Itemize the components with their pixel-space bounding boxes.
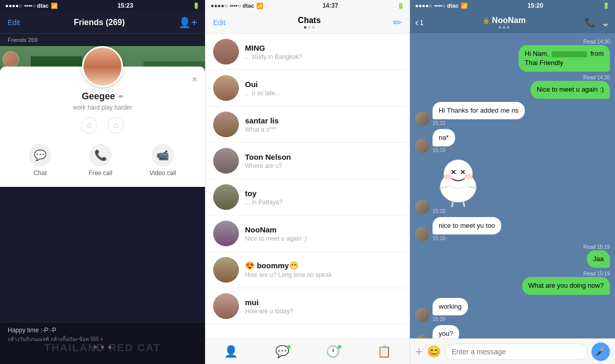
sticker-image [433,156,484,207]
chat-avatar-mui [213,293,239,319]
friends-panel: ●●●●○ ••••○ dtac 📶 15:23 🔋 Edit Friends … [0,0,205,364]
chat-preview-santar: What a s*** [245,126,402,133]
msg-received-2-wrap: na* 15:10 [433,129,455,153]
freecall-action[interactable]: 📞 Free call [89,144,112,177]
chats-nav-bar: Edit Chats ✏ [206,11,409,34]
emoji-icon[interactable]: 😊 [427,345,441,358]
close-icon[interactable]: × [192,74,197,85]
tab-more[interactable]: 📋 [377,345,391,358]
svg-point-18 [464,174,473,179]
chat-preview-ming: ... study in Bangkok? [245,53,402,60]
timeline-tab-dot [338,345,341,349]
chat-avatar-santar [213,112,239,137]
msg-bubble-sent-2: Nice to meet u again :) [530,81,610,98]
chat-item-ming[interactable]: MING ... study in Bangkok? [206,34,409,70]
msg-received-3-row: nice to meet yu too 15:10 [415,217,610,241]
friends-subtitle: Friends 269 [0,34,205,46]
chevron-left-icon: ‹ [415,16,419,28]
freecall-label: Free call [89,169,112,177]
chat-name-boommy: 😍 boommy😁 [245,261,402,270]
time-display: 15:23 [117,2,133,9]
chat-preview-toon: Where are u? [245,162,402,169]
read-label-2: Read 14:30 [583,75,610,80]
nav-dot-3 [507,26,509,29]
tab-chats[interactable]: 💬 [275,345,289,358]
add-friend-icon[interactable]: 👤+ [178,16,197,29]
chats-tab-dot [287,345,291,349]
chat-preview-boommy: How are u? Long time no speak [245,271,402,279]
chat-name-santar: santar lis [245,116,402,125]
videocall-action[interactable]: 📹 Video call [150,144,176,177]
msg-bubble-received-3: nice to meet yu too [433,217,501,234]
videocall-label: Video call [150,169,176,177]
star-icon[interactable]: ☆ [81,117,97,134]
chats-tab-bar: 👤 💬 🕐 📋 [206,338,409,364]
call-icon[interactable]: 📞 [585,17,596,28]
chat-conversation-panel: ●●●●○ ••••○ dtac 📶 15:20 🔋 ‹ 1 🔒 NooNam [410,0,615,364]
chat-item-toy[interactable]: toy ... in Pattaya? [206,179,409,216]
chevron-down-icon[interactable]: ⌄ [601,16,610,29]
sticker-time: 15:10 [433,208,484,214]
lock-icon: 🔒 [483,17,490,24]
msg-bubble-sent-4: What are you doing now? [522,277,610,294]
chat-preview-oui: ... u so late... [245,90,402,97]
msg-sent-3-container: Read 15:19 Jaa [415,244,610,268]
msg-received-5-wrap: you? 15:20 [433,325,459,338]
status-left-chats: ●●●●○ ••••○ dtac 📶 [211,3,263,9]
profile-avatar-container [0,46,205,87]
status-right-chats: 🔋 [397,3,404,9]
battery-percent: 🔋 [193,3,200,9]
chat-item-oui[interactable]: Oui ... u so late... [206,70,409,106]
profile-bio: work hard play harder [0,104,205,111]
dot-3 [312,26,315,29]
mic-icon: 🎤 [596,347,606,356]
chat-item-boommy[interactable]: 😍 boommy😁 How are u? Long time no speak [206,252,409,288]
tab-friends[interactable]: 👤 [224,345,238,358]
received-avatar-3 [415,227,429,241]
compose-icon[interactable]: ✏ [393,16,402,29]
received-avatar-2 [415,139,429,153]
chat-item-noonam[interactable]: NooNam Nice to meet u again :) [206,216,409,252]
edit-button[interactable]: Edit [8,18,20,27]
sticker-wrap: 15:10 [433,156,484,214]
status-bar-friends: ●●●●○ ••••○ dtac 📶 15:23 🔋 [0,0,205,11]
chat-user-info: 🔒 NooNam [427,16,581,29]
chat-item-toon[interactable]: Toon Nelson Where are u? [206,143,409,179]
videocall-icon: 📹 [152,144,174,166]
wifi-icon-chats: 📶 [256,3,263,9]
chat-info-boommy: 😍 boommy😁 How are u? Long time no speak [245,261,402,279]
redacted-text [551,51,587,57]
chat-item-mui[interactable]: mui How are u today? [206,288,409,325]
received-avatar-5 [415,335,429,338]
chat-name-toon: Toon Nelson [245,153,402,161]
chat-action[interactable]: 💬 Chat [29,144,51,177]
nav-dot-2 [503,26,505,29]
chat-list: MING ... study in Bangkok? Oui ... u so … [206,34,409,338]
msg-time-2: 15:10 [433,147,455,153]
received-avatar-4 [415,308,429,322]
battery-chat: 🔋 [603,3,610,9]
chat-input-bar: + 😊 🎤 [410,338,615,364]
chat-item-santar[interactable]: santar lis What a s*** [206,106,409,143]
back-button[interactable]: ‹ 1 [415,16,423,28]
mic-button[interactable]: 🎤 [591,342,610,361]
profile-name: Geegee ✏ [0,91,205,102]
read-label-4: Read 15:19 [583,271,610,276]
chat-preview-noonam: Nice to meet u again :) [245,235,402,242]
friends-title: Friends (269) [74,18,125,27]
home-icon[interactable]: ⌂ [108,117,124,134]
wifi-icon-chat: 📶 [461,3,468,9]
chats-edit-button[interactable]: Edit [213,18,225,27]
tab-timeline[interactable]: 🕐 [326,345,340,358]
msg-bubble-sent-3: Jaa [587,250,610,268]
message-input[interactable] [445,344,587,360]
signal-chat: ●●●●○ [415,3,432,9]
msg-bubble-received-2: na* [433,129,455,146]
edit-icon[interactable]: ✏ [118,93,124,100]
chats-title-wrap: Chats [298,16,320,29]
profile-icons-row: ☆ ⌂ [0,117,205,134]
add-media-icon[interactable]: + [415,344,423,359]
more-tab-icon: 📋 [377,345,391,358]
svg-point-17 [444,174,452,179]
msg-time-4: 15:20 [433,316,468,322]
